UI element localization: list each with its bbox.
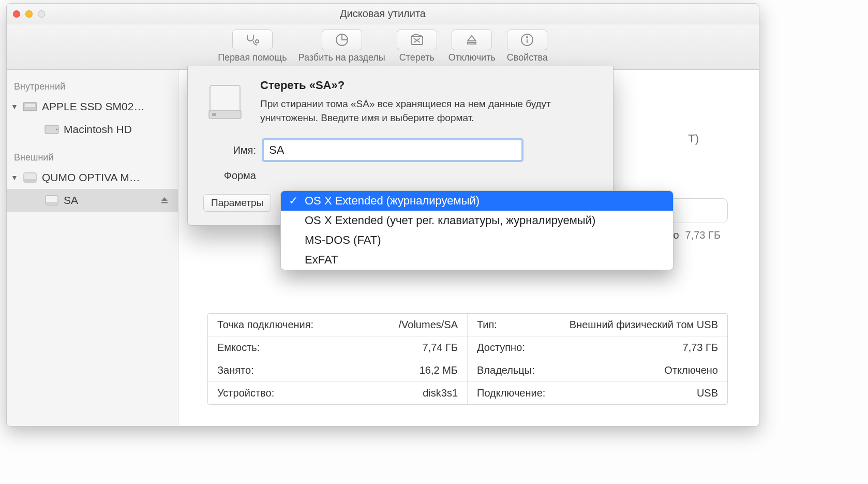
info-icon — [520, 33, 534, 47]
sheet-title: Стереть «SA»? — [260, 79, 600, 92]
info-cell: Владельцы:Отключено — [468, 359, 727, 382]
toolbar-label: Разбить на разделы — [298, 52, 385, 63]
sidebar-section-internal: Внутренний — [7, 77, 178, 95]
info-key: Владельцы: — [477, 364, 535, 376]
toolbar-label: Свойства — [507, 52, 548, 63]
sidebar-disk-qumo-optiva[interactable]: ▼ QUMO OPTIVA M… — [7, 166, 178, 189]
volume-format-fragment: T) — [688, 132, 699, 145]
stethoscope-icon — [244, 33, 261, 47]
partition-button[interactable] — [322, 30, 362, 50]
info-value: USB — [697, 387, 718, 399]
svg-rect-15 — [210, 85, 240, 112]
sheet-message: При стирании тома «SA» все хранящиеся на… — [260, 97, 600, 125]
info-value: 16,2 МБ — [420, 364, 458, 376]
sidebar: Внутренний ▼ APPLE SSD SM02… Macintosh H… — [7, 70, 178, 426]
toolbar-item-unmount[interactable]: Отключить — [448, 30, 496, 63]
svg-rect-3 — [468, 42, 476, 44]
toolbar-item-partition[interactable]: Разбить на разделы — [298, 30, 385, 63]
info-key: Занято: — [217, 364, 254, 376]
info-cell: Тип:Внешний физический том USB — [468, 314, 727, 336]
security-options-button[interactable]: Параметры — [203, 194, 271, 212]
svg-rect-13 — [46, 202, 58, 205]
sidebar-item-label: APPLE SSD SM02… — [42, 100, 144, 113]
erase-button[interactable] — [397, 30, 437, 50]
info-cell: Занято:16,2 МБ — [208, 359, 468, 382]
internal-volume-icon — [44, 123, 59, 136]
checkmark-icon: ✓ — [288, 194, 298, 208]
toolbar-label: Отключить — [448, 52, 496, 63]
info-value: disk3s1 — [423, 387, 458, 399]
name-input[interactable] — [263, 140, 522, 160]
info-cell: Доступно:7,73 ГБ — [468, 336, 727, 359]
security-options-label: Параметры — [211, 197, 263, 209]
external-volume-icon — [44, 194, 59, 207]
svg-rect-7 — [25, 104, 35, 107]
sidebar-disk-apple-ssd[interactable]: ▼ APPLE SSD SM02… — [7, 95, 178, 118]
sidebar-volume-sa[interactable]: SA — [7, 189, 178, 212]
sidebar-item-label: QUMO OPTIVA M… — [42, 171, 140, 184]
svg-point-5 — [527, 37, 528, 38]
sidebar-item-label: Macintosh HD — [64, 123, 132, 136]
info-key: Устройство: — [217, 387, 274, 399]
info-button[interactable] — [507, 30, 547, 50]
erase-icon — [409, 33, 425, 47]
volume-info-table: Точка подключения:/Volumes/SAТип:Внешний… — [207, 313, 728, 405]
format-option[interactable]: ✓MS-DOS (FAT) — [281, 230, 673, 250]
eject-icon — [466, 34, 478, 46]
svg-rect-14 — [161, 202, 168, 203]
toolbar-item-info[interactable]: Свойства — [507, 30, 548, 63]
format-option[interactable]: ✓OS X Extended (учет рег. клавиатуры, жу… — [281, 211, 673, 230]
info-value: /Volumes/SA — [398, 319, 458, 331]
sidebar-item-label: SA — [64, 194, 78, 207]
external-disk-icon — [22, 171, 38, 184]
info-key: Емкость: — [217, 342, 260, 354]
pie-icon — [335, 33, 349, 47]
titlebar[interactable]: Дисковая утилита — [7, 4, 759, 24]
info-key: Тип: — [477, 319, 497, 331]
toolbar-item-erase[interactable]: Стереть — [397, 30, 437, 63]
format-option-label: MS-DOS (FAT) — [305, 233, 381, 247]
info-value: Внешний физический том USB — [570, 319, 718, 331]
eject-icon[interactable] — [160, 196, 169, 204]
info-value: Отключено — [664, 364, 718, 376]
format-dropdown[interactable]: ✓OS X Extended (журналируемый)✓OS X Exte… — [280, 190, 674, 270]
sidebar-volume-macintosh-hd[interactable]: Macintosh HD — [7, 118, 178, 141]
toolbar-label: Стереть — [399, 52, 435, 63]
minimize-button[interactable] — [25, 10, 33, 18]
format-option[interactable]: ✓ExFAT — [281, 250, 673, 270]
toolbar: Первая помощь Разбить на разделы С — [7, 24, 759, 70]
internal-disk-icon — [22, 100, 38, 113]
format-option[interactable]: ✓OS X Extended (журналируемый) — [281, 191, 673, 211]
toolbar-item-first-aid[interactable]: Первая помощь — [218, 30, 287, 63]
name-label: Имя: — [201, 144, 256, 156]
traffic-lights — [13, 10, 45, 18]
info-cell: Точка подключения:/Volumes/SA — [208, 314, 468, 336]
info-key: Доступно: — [477, 342, 525, 354]
info-cell: Емкость:7,74 ГБ — [208, 336, 468, 359]
svg-rect-17 — [212, 113, 216, 116]
format-option-label: OS X Extended (учет рег. клавиатуры, жур… — [305, 214, 595, 227]
disclosure-triangle-icon[interactable]: ▼ — [11, 174, 18, 181]
info-cell: Устройство:disk3s1 — [208, 382, 468, 404]
zoom-button[interactable] — [38, 10, 45, 18]
window-title: Дисковая утилита — [7, 8, 759, 20]
info-value: 7,74 ГБ — [423, 342, 458, 354]
svg-point-0 — [256, 40, 259, 43]
info-key: Точка подключения: — [217, 319, 313, 331]
unmount-button[interactable] — [452, 30, 492, 50]
format-option-label: OS X Extended (журналируемый) — [305, 194, 480, 208]
svg-rect-11 — [24, 179, 36, 182]
info-key: Подключение: — [477, 387, 545, 399]
info-value: 7,73 ГБ — [683, 342, 718, 354]
disclosure-triangle-icon[interactable]: ▼ — [11, 103, 18, 110]
info-cell: Подключение:USB — [468, 382, 727, 404]
format-option-label: ExFAT — [305, 253, 338, 267]
format-label: Форма — [201, 170, 256, 182]
first-aid-button[interactable] — [232, 30, 273, 50]
toolbar-label: Первая помощь — [218, 52, 287, 63]
close-button[interactable] — [13, 10, 20, 18]
external-drive-icon — [201, 79, 249, 126]
sidebar-section-external: Внешний — [7, 148, 178, 166]
svg-point-9 — [56, 129, 58, 130]
legend-value: 7,73 ГБ — [685, 229, 721, 241]
